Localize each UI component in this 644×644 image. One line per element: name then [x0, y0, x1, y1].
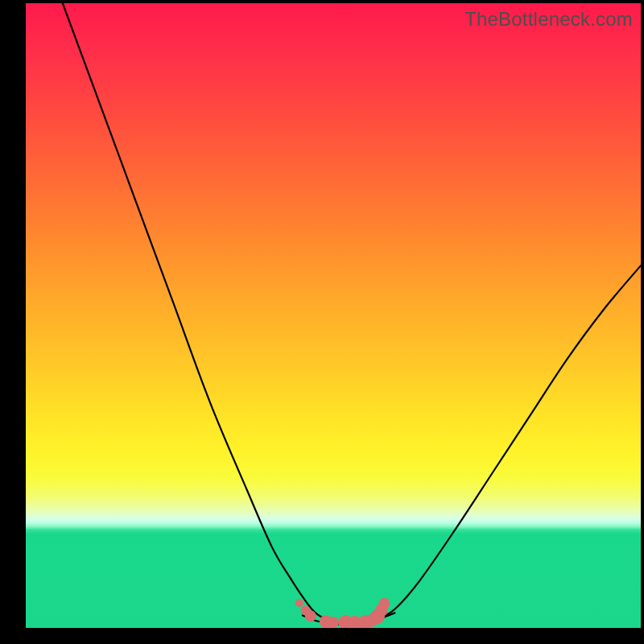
series-right-curve: [376, 266, 641, 620]
optimal-marker: [305, 610, 316, 621]
chart-svg: [26, 3, 641, 628]
optimal-marker: [295, 599, 303, 607]
plot-area: TheBottleneck.com: [26, 3, 641, 628]
marker-layer: [295, 598, 390, 628]
chart-frame: TheBottleneck.com: [0, 0, 644, 644]
optimal-marker: [378, 598, 390, 609]
series-left-curve: [63, 3, 340, 623]
line-layer: [63, 3, 641, 624]
optimal-marker: [328, 617, 339, 628]
